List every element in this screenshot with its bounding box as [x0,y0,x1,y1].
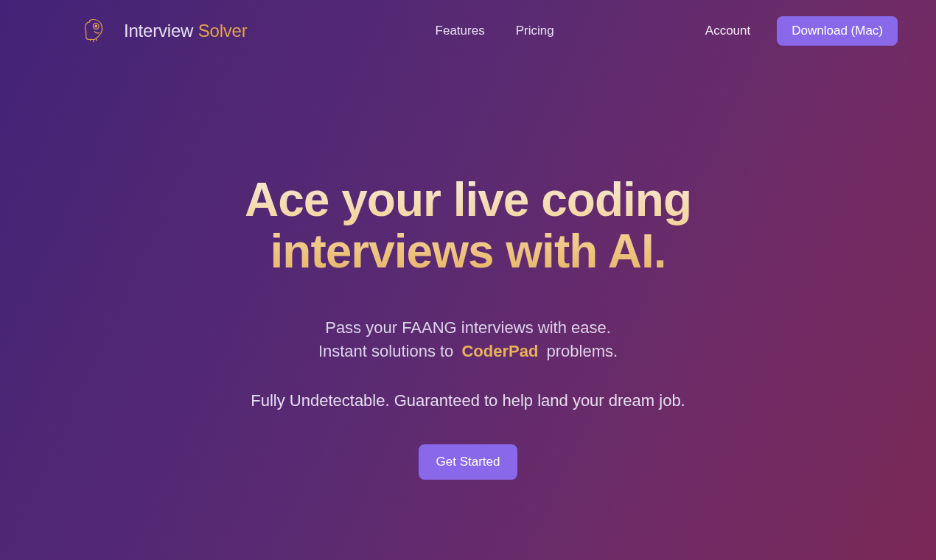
brand-group[interactable]: Interview Solver [81,16,248,46]
hero-subtext: Pass your FAANG interviews with ease. In… [92,316,844,363]
sub-line-1: Pass your FAANG interviews with ease. [325,318,611,337]
top-nav: Interview Solver Features Pricing Accoun… [0,0,936,62]
brand-word-2: Solver [198,21,248,41]
sub-line-2: Instant solutions to CoderPad problems. [318,342,618,360]
hero-subtext-2: Fully Undetectable. Guaranteed to help l… [92,391,844,410]
brand-word-1: Interview [124,21,198,41]
svg-point-1 [95,25,97,27]
nav-account[interactable]: Account [705,24,750,38]
sub-line-2-pre: Instant solutions to [318,342,458,360]
hero-section: Ace your live coding interviews with AI.… [92,62,844,480]
coderpad-highlight: CoderPad [458,342,542,360]
nav-pricing[interactable]: Pricing [516,24,554,38]
sub-line-2-post: problems. [542,342,618,360]
hero-headline: Ace your live coding interviews with AI. [92,174,844,278]
nav-features[interactable]: Features [436,24,485,38]
download-button[interactable]: Download (Mac) [777,16,898,46]
brand-head-icon [81,16,108,46]
brand-name: Interview Solver [124,21,248,41]
get-started-button[interactable]: Get Started [419,444,518,480]
nav-right: Account Download (Mac) [705,16,898,46]
headline-line-2: interviews with AI. [270,225,666,278]
headline-line-1: Ace your live coding [245,173,691,226]
nav-center: Features Pricing [436,24,554,38]
